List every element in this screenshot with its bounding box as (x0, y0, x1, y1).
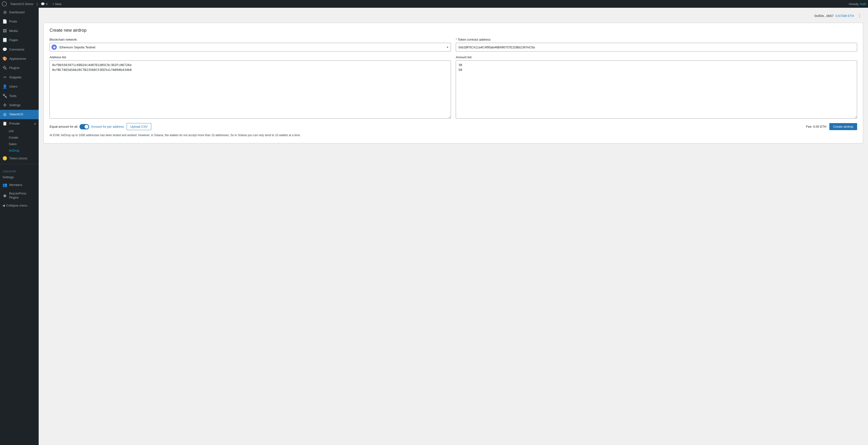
form-row-1: Blockchain network: ◆ Ethereum Sepolia T… (50, 38, 857, 52)
create-airdrop-button[interactable]: Create airdrop (829, 123, 857, 130)
beycanpress-icon: ◉ (2, 193, 7, 198)
sidebar-item-appearance[interactable]: 🎨 Appearance (0, 54, 39, 63)
equal-amount-toggle[interactable] (80, 124, 89, 129)
amount-per-address-label: Amount for per address (91, 125, 124, 128)
bottom-controls: Equal amount for all Amount for per addr… (50, 123, 857, 130)
toggle-slider (80, 124, 89, 129)
sidebar-item-comments[interactable]: 💬 Comments (0, 45, 39, 54)
collapse-icon: ◀ (2, 204, 5, 207)
wallet-menu-button[interactable]: ⋮ (856, 12, 863, 19)
amount-list-group: Amount list: 30 50 (456, 55, 857, 119)
airdrop-card: Create new airdrop Blockchain network: ◆ (43, 23, 863, 143)
topbar: TokenICO Demo | 💬 0 + New Howdy, Halil (0, 0, 868, 8)
creator-section-label: Creator (0, 168, 39, 174)
page-title: Create new airdrop (50, 28, 857, 33)
fee-create-group: Fee: 0.05 ETH Create airdrop (806, 123, 857, 130)
sidebar-item-media[interactable]: 🖼 Media (0, 26, 39, 35)
sidebar-item-pages[interactable]: 📃 Pages (0, 35, 39, 45)
token-contract-input[interactable] (456, 43, 857, 52)
sidebar: ⊞ Dashboard 📄 Posts 🖼 Media 📃 Pages 💬 Co… (0, 8, 39, 445)
tools-icon: 🔧 (2, 93, 7, 99)
address-list-group: Address list: 0xf0b5563971c60D2dc4407D1d… (50, 55, 451, 119)
settings-icon: ⚙ (2, 102, 7, 108)
sidebar-item-presale-create[interactable]: Create (0, 134, 39, 141)
blockchain-select-wrapper: ◆ Ethereum Sepolia Testnet ▼ (50, 43, 451, 52)
snippets-icon: ✂ (2, 75, 7, 80)
sidebar-item-token[interactable]: 🪙 Token (soon) (0, 154, 39, 163)
sidebar-item-presale-list[interactable]: List (0, 128, 39, 134)
token-contract-label: * Token contract address: (456, 38, 857, 41)
sidebar-item-beycanpress[interactable]: ◉ BeycanPress Plugins (0, 189, 39, 202)
wallet-address: 0x3f2e...0b57 (815, 14, 834, 18)
pages-icon: 📃 (2, 37, 7, 43)
dashboard-icon: ⊞ (2, 10, 7, 15)
comment-bubble: 💬 (41, 2, 45, 6)
new-button-topbar[interactable]: + New (51, 2, 63, 6)
amount-list-label: Amount list: (456, 55, 857, 59)
presale-icon: 📋 (2, 121, 7, 126)
sidebar-item-tools[interactable]: 🔧 Tools (0, 91, 39, 100)
blockchain-label: Blockchain network: (50, 38, 451, 41)
wallet-balance: 0.67308 ETH (835, 14, 854, 18)
users-icon: 👤 (2, 84, 7, 89)
sidebar-item-tokerico[interactable]: ◎ TokenICO (0, 110, 39, 119)
upload-csv-button[interactable]: Upload CSV (127, 123, 151, 130)
sidebar-item-posts[interactable]: 📄 Posts (0, 17, 39, 26)
equal-amount-label: Equal amount for all (50, 125, 78, 128)
sidebar-item-snippets[interactable]: ✂ Snippets (0, 73, 39, 82)
sidebar-presale-header[interactable]: 📋 Presale ▲ (0, 119, 39, 128)
address-list-label: Address list: (50, 55, 451, 59)
presale-chevron-icon: ▲ (34, 122, 36, 125)
sidebar-item-creator-settings[interactable]: Settings (0, 174, 39, 180)
fee-label: Fee: 0.05 ETH (806, 125, 827, 128)
equal-amount-toggle-group: Equal amount for all Amount for per addr… (50, 124, 124, 129)
blockchain-group: Blockchain network: ◆ Ethereum Sepolia T… (50, 38, 451, 52)
appearance-icon: 🎨 (2, 56, 7, 61)
sidebar-item-presale-sales[interactable]: Sales (0, 141, 39, 147)
plugins-icon: 🔌 (2, 65, 7, 70)
presale-submenu: List Create Sales AirDrop (0, 128, 39, 154)
comments-icon: 💬 (2, 47, 7, 52)
collapse-menu-button[interactable]: ◀ Collapse menu (0, 202, 39, 209)
sidebar-item-members[interactable]: 👥 Members (0, 180, 39, 189)
comments-icon-topbar[interactable]: 💬 0 (39, 2, 49, 6)
blockchain-select[interactable]: Ethereum Sepolia Testnet (58, 43, 451, 51)
site-name[interactable]: TokenICO Demo (9, 2, 35, 6)
token-icon: 🪙 (2, 156, 7, 161)
textarea-row: Address list: 0xf0b5563971c60D2dc4407D1d… (50, 55, 857, 119)
media-icon: 🖼 (2, 28, 7, 34)
main-content: 0x3f2e...0b57 0.67308 ETH ⋮ Create new a… (39, 8, 868, 445)
topbar-user[interactable]: Howdy, Halil (849, 2, 866, 6)
tokerico-icon: ◎ (2, 112, 7, 117)
sidebar-item-presale-airdrop[interactable]: AirDrop (0, 147, 39, 154)
sidebar-item-settings[interactable]: ⚙ Settings (0, 100, 39, 110)
amount-list-textarea[interactable]: 30 50 (456, 60, 857, 119)
address-list-textarea[interactable]: 0xf0b5563971c60D2dc4407D1d85C9c3D2Fc0672… (50, 60, 451, 119)
wp-logo[interactable] (2, 1, 7, 6)
posts-icon: 📄 (2, 19, 7, 24)
wallet-bar: 0x3f2e...0b57 0.67308 ETH ⋮ (43, 12, 863, 19)
sidebar-item-users[interactable]: 👤 Users (0, 82, 39, 91)
sidebar-item-plugins[interactable]: 🔌 Plugins (0, 63, 39, 72)
members-icon: 👥 (2, 182, 7, 188)
token-contract-group: * Token contract address: (456, 38, 857, 52)
ethereum-icon: ◆ (51, 44, 58, 51)
info-note: At EVM, AirDrop up to 1000 addresses has… (50, 133, 857, 137)
sidebar-item-dashboard[interactable]: ⊞ Dashboard (0, 8, 39, 17)
